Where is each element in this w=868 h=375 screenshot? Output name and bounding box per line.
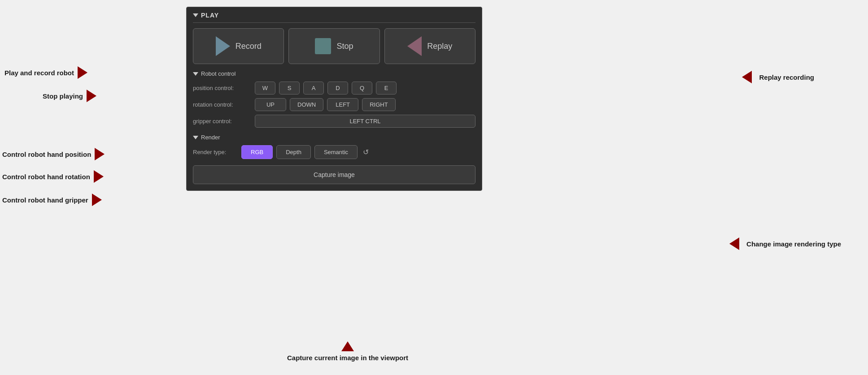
stop-icon xyxy=(315,38,331,54)
annotation-capture-text: Capture current image in the viewport xyxy=(287,354,408,362)
record-icon xyxy=(216,36,230,56)
render-collapse-icon[interactable] xyxy=(193,136,198,139)
replay-button[interactable]: Replay xyxy=(384,28,475,64)
annotation-replay-arrow xyxy=(742,71,752,83)
key-left[interactable]: LEFT xyxy=(327,98,358,111)
annotation-render-type-text: Change image rendering type xyxy=(746,240,841,248)
rotation-control-row: rotation control: UP DOWN LEFT RIGHT xyxy=(193,98,475,111)
key-w[interactable]: W xyxy=(255,82,275,95)
render-btn-rgb[interactable]: RGB xyxy=(241,145,273,159)
annotation-capture: Capture current image in the viewport xyxy=(287,341,408,362)
annotation-rotation: Control robot hand rotation xyxy=(2,170,104,183)
annotation-rotation-arrow xyxy=(94,170,104,183)
play-buttons-row: Record Stop Replay xyxy=(193,28,475,64)
replay-icon xyxy=(407,36,422,56)
key-e[interactable]: E xyxy=(376,82,397,95)
annotation-play-record-arrow xyxy=(78,66,87,79)
robot-control-header: Robot control xyxy=(193,70,475,77)
gripper-control-row: gripper control: LEFT CTRL xyxy=(193,115,475,128)
key-down[interactable]: DOWN xyxy=(290,98,323,111)
rotation-label: rotation control: xyxy=(193,101,251,108)
annotation-position-arrow xyxy=(95,148,105,160)
annotation-position: Control robot hand position xyxy=(2,148,105,160)
page-container: PLAY Record Stop Replay Robot control xyxy=(0,0,868,375)
render-section: Render Render type: RGB Depth Semantic ↺ xyxy=(193,134,475,159)
main-panel: PLAY Record Stop Replay Robot control xyxy=(186,7,482,191)
render-btn-semantic[interactable]: Semantic xyxy=(314,145,358,159)
key-q[interactable]: Q xyxy=(352,82,372,95)
collapse-icon[interactable] xyxy=(193,13,198,17)
stop-label: Stop xyxy=(336,42,353,51)
annotation-gripper-arrow xyxy=(92,194,102,206)
annotation-play-record-text: Play and record robot xyxy=(4,69,74,77)
key-d[interactable]: D xyxy=(327,82,348,95)
render-header: Render xyxy=(193,134,475,141)
key-up[interactable]: UP xyxy=(255,98,286,111)
capture-image-button[interactable]: Capture image xyxy=(193,165,475,184)
render-type-row: Render type: RGB Depth Semantic ↺ xyxy=(193,145,475,159)
annotation-stop-arrow xyxy=(87,90,96,102)
panel-header: PLAY xyxy=(193,12,475,23)
render-reset-button[interactable]: ↺ xyxy=(361,146,371,158)
annotation-render-type-arrow xyxy=(729,237,739,250)
record-label: Record xyxy=(236,42,262,51)
panel-title: PLAY xyxy=(201,12,219,19)
stop-button[interactable]: Stop xyxy=(288,28,379,64)
annotation-position-text: Control robot hand position xyxy=(2,151,91,158)
annotation-stop-text: Stop playing xyxy=(43,92,83,100)
record-button[interactable]: Record xyxy=(193,28,284,64)
key-s[interactable]: S xyxy=(279,82,300,95)
robot-control-section: Robot control position control: W S A D … xyxy=(193,70,475,128)
annotation-replay-text: Replay recording xyxy=(759,73,814,81)
render-btn-depth[interactable]: Depth xyxy=(276,145,311,159)
gripper-label: gripper control: xyxy=(193,118,251,125)
annotation-play-record: Play and record robot xyxy=(4,66,87,79)
annotation-rotation-text: Control robot hand rotation xyxy=(2,173,90,181)
replay-label: Replay xyxy=(427,42,452,51)
annotation-replay: Replay recording xyxy=(742,71,814,83)
key-left-ctrl[interactable]: LEFT CTRL xyxy=(255,115,475,128)
position-label: position control: xyxy=(193,85,251,91)
annotation-stop: Stop playing xyxy=(43,90,96,102)
annotation-capture-arrow xyxy=(341,341,354,351)
annotation-render-type: Change image rendering type xyxy=(729,237,841,250)
render-title: Render xyxy=(201,134,220,141)
key-a[interactable]: A xyxy=(303,82,324,95)
robot-control-title: Robot control xyxy=(201,70,236,77)
key-right[interactable]: RIGHT xyxy=(362,98,395,111)
annotation-gripper-text: Control robot hand gripper xyxy=(2,196,88,204)
annotation-gripper: Control robot hand gripper xyxy=(2,194,102,206)
robot-collapse-icon[interactable] xyxy=(193,72,198,76)
position-control-row: position control: W S A D Q E xyxy=(193,82,475,95)
render-type-label: Render type: xyxy=(193,149,238,155)
